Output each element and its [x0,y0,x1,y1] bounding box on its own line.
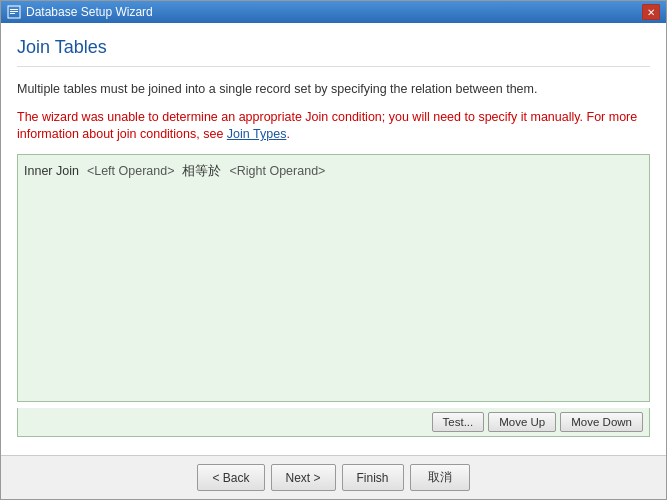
move-up-button[interactable]: Move Up [488,412,556,432]
warning-prefix: The wizard was unable to determine an ap… [17,110,637,142]
svg-rect-3 [10,13,15,14]
page-title: Join Tables [17,37,650,67]
title-bar: Database Setup Wizard ✕ [1,1,666,23]
join-row: Inner Join <Left Operand> 相等於 <Right Ope… [24,161,643,182]
main-content: Join Tables Multiple tables must be join… [1,23,666,455]
next-button[interactable]: Next > [271,464,336,491]
join-type-cell: Inner Join [24,164,79,178]
title-bar-text: Database Setup Wizard [26,5,642,19]
move-down-button[interactable]: Move Down [560,412,643,432]
warning-suffix: . [286,127,289,141]
operator-cell: 相等於 [182,163,221,180]
svg-rect-1 [10,9,18,10]
window: Database Setup Wizard ✕ Join Tables Mult… [0,0,667,500]
svg-rect-2 [10,11,18,12]
finish-button[interactable]: Finish [342,464,404,491]
cancel-button[interactable]: 取消 [410,464,470,491]
window-icon [7,5,21,19]
close-button[interactable]: ✕ [642,4,660,20]
test-button[interactable]: Test... [432,412,485,432]
table-actions: Test... Move Up Move Down [17,408,650,437]
left-operand-cell: <Left Operand> [87,164,175,178]
footer: < Back Next > Finish 取消 [1,455,666,499]
right-operand-cell: <Right Operand> [229,164,325,178]
join-conditions-table[interactable]: Inner Join <Left Operand> 相等於 <Right Ope… [17,154,650,403]
warning-text: The wizard was unable to determine an ap… [17,109,650,144]
join-types-link[interactable]: Join Types [227,127,287,141]
description-text: Multiple tables must be joined into a si… [17,81,650,99]
back-button[interactable]: < Back [197,464,264,491]
